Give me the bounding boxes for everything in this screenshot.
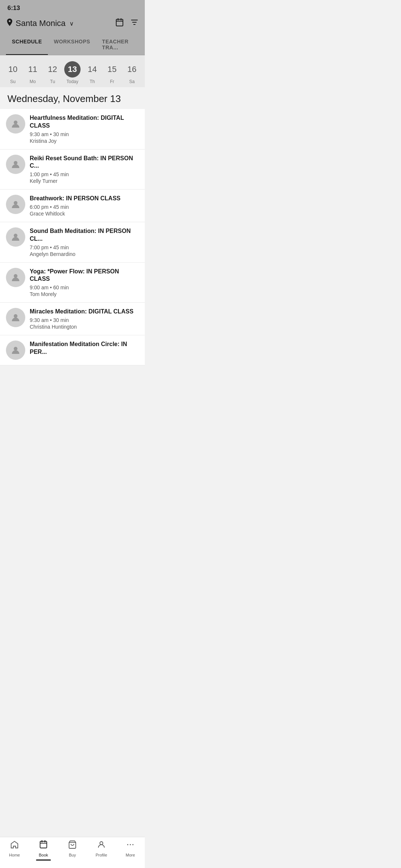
date-day-13: Today <box>66 79 78 84</box>
class-instructor-2: Grace Whitlock <box>30 211 139 217</box>
class-time-3: 7:00 pm • 45 min <box>30 244 139 250</box>
class-item-5[interactable]: Miracles Meditation: DIGITAL CLASS 9:30 … <box>0 303 145 335</box>
date-day-10: Su <box>10 79 16 84</box>
svg-point-10 <box>14 234 17 237</box>
class-instructor-1: Kelly Turner <box>30 178 139 184</box>
svg-point-8 <box>14 161 17 165</box>
date-number-15: 15 <box>104 61 120 78</box>
tab-workshops[interactable]: WORKSHOPS <box>48 33 96 55</box>
date-item-16[interactable]: 16 Sa <box>123 61 141 84</box>
class-item-3[interactable]: Sound Bath Meditation: IN PERSON CL... 7… <box>0 222 145 263</box>
date-row: 10 Su 11 Mo 12 Tu 13 Today 14 Th 15 Fr 1… <box>0 61 145 84</box>
tabs-section: SCHEDULE WORKSHOPS TEACHER TRA... <box>0 33 145 55</box>
svg-point-7 <box>14 121 17 124</box>
class-name-6: Manifestation Meditation Circle: IN PER.… <box>30 341 139 356</box>
avatar-0 <box>6 114 25 134</box>
class-info-0: Heartfulness Meditation: DIGITAL CLASS 9… <box>30 114 139 144</box>
classes-list: Heartfulness Meditation: DIGITAL CLASS 9… <box>0 109 145 365</box>
location-name: Santa Monica <box>16 19 66 28</box>
class-info-5: Miracles Meditation: DIGITAL CLASS 9:30 … <box>30 308 139 330</box>
class-name-2: Breathwork: IN PERSON CLASS <box>30 195 139 203</box>
class-info-3: Sound Bath Meditation: IN PERSON CL... 7… <box>30 227 139 257</box>
class-instructor-4: Tom Morely <box>30 291 139 297</box>
status-time: 6:13 <box>7 4 20 12</box>
class-name-0: Heartfulness Meditation: DIGITAL CLASS <box>30 114 139 130</box>
bottom-spacer <box>0 365 145 399</box>
date-number-12: 12 <box>45 61 61 78</box>
svg-rect-0 <box>116 19 123 26</box>
class-instructor-0: Kristina Joy <box>30 138 139 144</box>
avatar-1 <box>6 155 25 174</box>
class-info-4: Yoga: *Power Flow: IN PERSON CLASS 9:00 … <box>30 268 139 297</box>
date-item-15[interactable]: 15 Fr <box>103 61 121 84</box>
avatar-3 <box>6 227 25 247</box>
class-time-5: 9:30 am • 30 min <box>30 317 139 323</box>
date-number-10: 10 <box>5 61 21 78</box>
class-item-4[interactable]: Yoga: *Power Flow: IN PERSON CLASS 9:00 … <box>0 263 145 303</box>
class-info-6: Manifestation Meditation Circle: IN PER.… <box>30 341 139 356</box>
avatar-5 <box>6 308 25 327</box>
date-number-14: 14 <box>84 61 100 78</box>
header: Santa Monica ∨ <box>0 15 145 33</box>
date-day-15: Fr <box>110 79 114 84</box>
svg-point-9 <box>14 201 17 205</box>
svg-point-12 <box>14 314 17 318</box>
avatar-6 <box>6 341 25 360</box>
date-number-13: 13 <box>64 61 81 78</box>
schedule-header: Wednesday, November 13 <box>0 87 145 109</box>
date-day-12: Tu <box>50 79 55 84</box>
schedule-date-title: Wednesday, November 13 <box>7 93 137 105</box>
filter-icon[interactable] <box>130 18 139 29</box>
date-day-11: Mo <box>30 79 36 84</box>
tab-teacher-training[interactable]: TEACHER TRA... <box>96 33 139 55</box>
svg-point-11 <box>14 274 17 278</box>
class-time-4: 9:00 am • 60 min <box>30 285 139 290</box>
class-name-3: Sound Bath Meditation: IN PERSON CL... <box>30 227 139 243</box>
avatar-4 <box>6 268 25 287</box>
class-item-6[interactable]: Manifestation Meditation Circle: IN PER.… <box>0 335 145 365</box>
date-number-11: 11 <box>25 61 41 78</box>
class-name-5: Miracles Meditation: DIGITAL CLASS <box>30 308 139 316</box>
header-icons <box>115 18 139 29</box>
class-instructor-3: Angelyn Bernardino <box>30 251 139 257</box>
calendar-strip: 10 Su 11 Mo 12 Tu 13 Today 14 Th 15 Fr 1… <box>0 55 145 87</box>
date-item-10[interactable]: 10 Su <box>4 61 22 84</box>
date-item-12[interactable]: 12 Tu <box>43 61 62 84</box>
date-day-14: Th <box>89 79 95 84</box>
location-pin-icon <box>6 19 13 29</box>
class-time-2: 6:00 pm • 45 min <box>30 204 139 210</box>
location-section[interactable]: Santa Monica ∨ <box>6 19 74 29</box>
class-info-1: Reiki Reset Sound Bath: IN PERSON C... 1… <box>30 155 139 184</box>
class-item-1[interactable]: Reiki Reset Sound Bath: IN PERSON C... 1… <box>0 149 145 190</box>
class-item-0[interactable]: Heartfulness Meditation: DIGITAL CLASS 9… <box>0 109 145 149</box>
calendar-icon[interactable] <box>115 18 124 29</box>
class-time-0: 9:30 am • 30 min <box>30 131 139 137</box>
date-item-11[interactable]: 11 Mo <box>23 61 42 84</box>
tab-schedule[interactable]: SCHEDULE <box>6 33 48 55</box>
class-time-1: 1:00 pm • 45 min <box>30 171 139 177</box>
date-number-16: 16 <box>124 61 140 78</box>
class-info-2: Breathwork: IN PERSON CLASS 6:00 pm • 45… <box>30 195 139 217</box>
date-item-13[interactable]: 13 Today <box>63 61 82 84</box>
class-name-4: Yoga: *Power Flow: IN PERSON CLASS <box>30 268 139 283</box>
svg-point-13 <box>14 347 17 351</box>
class-name-1: Reiki Reset Sound Bath: IN PERSON C... <box>30 155 139 170</box>
avatar-2 <box>6 195 25 214</box>
date-day-16: Sa <box>129 79 135 84</box>
class-instructor-5: Christina Huntington <box>30 324 139 330</box>
class-item-2[interactable]: Breathwork: IN PERSON CLASS 6:00 pm • 45… <box>0 190 145 222</box>
chevron-down-icon: ∨ <box>69 20 74 27</box>
date-item-14[interactable]: 14 Th <box>83 61 101 84</box>
status-bar: 6:13 <box>0 0 145 15</box>
